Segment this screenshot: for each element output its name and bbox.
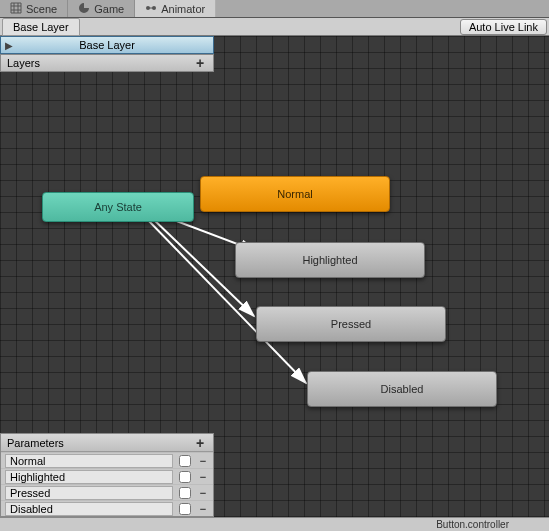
node-highlighted[interactable]: Highlighted	[235, 242, 425, 278]
remove-param-button[interactable]: −	[197, 487, 209, 499]
layer-selector-label: Base Layer	[79, 39, 135, 51]
node-any-state[interactable]: Any State	[42, 192, 194, 222]
tab-animator-label: Animator	[161, 3, 205, 15]
node-disabled[interactable]: Disabled	[307, 371, 497, 407]
animator-icon	[145, 2, 157, 16]
breadcrumb-base-layer[interactable]: Base Layer	[2, 18, 80, 36]
layers-panel-header: Layers +	[0, 54, 214, 72]
param-checkbox[interactable]	[179, 471, 191, 483]
param-name-field[interactable]: Highlighted	[5, 470, 173, 484]
param-row: Highlighted −	[1, 468, 213, 484]
grid-icon	[10, 2, 22, 16]
remove-param-button[interactable]: −	[197, 503, 209, 515]
param-checkbox[interactable]	[179, 455, 191, 467]
add-layer-button[interactable]: +	[193, 56, 207, 70]
tab-animator[interactable]: Animator	[135, 0, 216, 17]
param-name-field[interactable]: Normal	[5, 454, 173, 468]
controller-filename: Button.controller	[436, 519, 509, 530]
param-checkbox[interactable]	[179, 503, 191, 515]
layer-selector[interactable]: ▶ Base Layer	[0, 36, 214, 54]
pacman-icon	[78, 2, 90, 16]
tab-scene[interactable]: Scene	[0, 0, 68, 17]
node-disabled-label: Disabled	[381, 383, 424, 395]
status-bar: Button.controller	[0, 517, 549, 531]
remove-param-button[interactable]: −	[197, 455, 209, 467]
remove-param-button[interactable]: −	[197, 471, 209, 483]
graph-canvas[interactable]: ▶ Base Layer Layers + Any State Normal H…	[0, 36, 549, 517]
auto-live-link-button[interactable]: Auto Live Link	[460, 19, 547, 35]
parameters-panel: Parameters + Normal − Highlighted − Pres…	[0, 433, 214, 517]
top-tabs: Scene Game Animator	[0, 0, 549, 18]
node-any-state-label: Any State	[94, 201, 142, 213]
tab-scene-label: Scene	[26, 3, 57, 15]
tab-game[interactable]: Game	[68, 0, 135, 17]
node-normal-label: Normal	[277, 188, 312, 200]
param-row: Normal −	[1, 452, 213, 468]
parameters-header: Parameters +	[1, 434, 213, 452]
param-name-field[interactable]: Disabled	[5, 502, 173, 516]
param-row: Pressed −	[1, 484, 213, 500]
node-highlighted-label: Highlighted	[302, 254, 357, 266]
layers-label: Layers	[7, 57, 40, 69]
param-checkbox[interactable]	[179, 487, 191, 499]
add-parameter-button[interactable]: +	[193, 436, 207, 450]
node-pressed[interactable]: Pressed	[256, 306, 446, 342]
param-row: Disabled −	[1, 500, 213, 516]
play-triangle-icon: ▶	[5, 40, 13, 51]
tab-game-label: Game	[94, 3, 124, 15]
parameters-label: Parameters	[7, 437, 64, 449]
param-name-field[interactable]: Pressed	[5, 486, 173, 500]
sub-row: Base Layer Auto Live Link	[0, 18, 549, 36]
node-normal[interactable]: Normal	[200, 176, 390, 212]
node-pressed-label: Pressed	[331, 318, 371, 330]
